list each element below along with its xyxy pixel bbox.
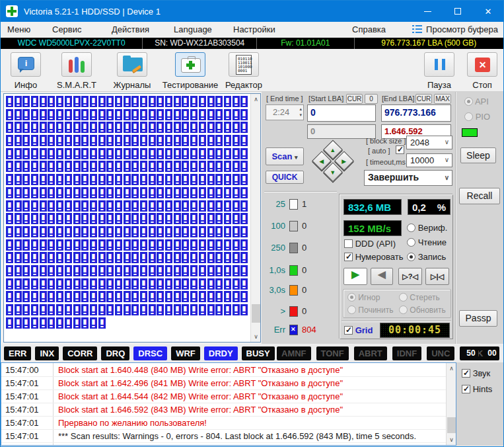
ddd-api-checkbox[interactable]: DDD (API) bbox=[344, 239, 396, 249]
play-button[interactable]: ▶ bbox=[343, 268, 367, 285]
grid-block bbox=[165, 239, 172, 251]
smart-button[interactable]: S.M.A.R.T bbox=[49, 52, 104, 90]
maximize-button[interactable] bbox=[443, 1, 473, 22]
grid-block bbox=[224, 226, 231, 237]
seek-end-button[interactable]: ▷|◁ bbox=[425, 268, 449, 285]
menu-item-1[interactable]: Меню bbox=[7, 24, 30, 34]
start-cur-button[interactable]: CUR bbox=[346, 94, 363, 104]
menu-item-6[interactable]: Справка bbox=[352, 24, 386, 34]
menu-item-5[interactable]: Настройки bbox=[233, 24, 275, 34]
grid-block bbox=[115, 148, 122, 159]
victoria-window: Victoria 5.21-1 HDD/SSD | Device 1 ✕ Мен… bbox=[0, 0, 504, 447]
grid-block bbox=[31, 226, 38, 237]
minimize-button[interactable] bbox=[412, 1, 443, 22]
grid-block bbox=[140, 148, 147, 159]
play-icon: ▶ bbox=[351, 268, 359, 280]
menu-bar: МенюСервисДействияLanguageНастройкиСправ… bbox=[1, 22, 503, 38]
title-bar[interactable]: Victoria 5.21-1 HDD/SSD | Device 1 ✕ bbox=[1, 1, 503, 22]
menu-item-4[interactable]: Language bbox=[174, 24, 212, 34]
back-button[interactable]: ◀ bbox=[371, 268, 393, 285]
grid-block bbox=[224, 291, 231, 302]
grid-block bbox=[98, 252, 106, 263]
grid-block bbox=[157, 122, 164, 133]
grid-block bbox=[215, 96, 223, 107]
grid-scrollbar[interactable]: ∧ ∨ bbox=[250, 94, 260, 342]
grid-block bbox=[165, 96, 172, 107]
auto-checkbox[interactable] bbox=[396, 145, 404, 154]
menu-item-3[interactable]: Действия bbox=[112, 24, 149, 34]
grid-block bbox=[65, 252, 72, 263]
start-zero-button[interactable]: 0 bbox=[365, 94, 378, 104]
grid-block bbox=[131, 122, 139, 133]
read-radio[interactable]: Чтение bbox=[407, 237, 447, 247]
grid-scroll-thumb[interactable] bbox=[252, 304, 260, 323]
seek-question-button[interactable]: ▷?◁ bbox=[398, 268, 422, 285]
grid-block bbox=[81, 304, 89, 315]
scroll-up-icon[interactable]: ∧ bbox=[447, 363, 456, 374]
grid-block bbox=[6, 252, 13, 263]
grid-block bbox=[190, 213, 198, 224]
grid-block bbox=[215, 239, 223, 251]
editor-button[interactable]: 0101101100111010000001 Редактор bbox=[216, 52, 271, 90]
grid-block bbox=[240, 239, 248, 251]
grid-block bbox=[48, 187, 55, 198]
grid-block bbox=[115, 187, 122, 198]
grid-block bbox=[140, 252, 147, 263]
end-time-spinner[interactable]: 2:24 ▴▾ bbox=[266, 104, 304, 120]
grid-block bbox=[165, 213, 172, 224]
grid-block bbox=[56, 291, 63, 302]
log-scrollbar[interactable]: ∧ ∨ bbox=[446, 363, 456, 445]
legend-block-icon bbox=[289, 325, 298, 335]
grid-block bbox=[140, 278, 147, 290]
grid-block bbox=[48, 226, 55, 237]
grid-block bbox=[131, 187, 139, 198]
timeout-combo[interactable]: 10000∨ bbox=[406, 153, 452, 167]
write-radio[interactable]: Запись bbox=[407, 252, 446, 262]
grid-block bbox=[115, 265, 122, 276]
spinner-arrows-icon[interactable]: ▴▾ bbox=[299, 106, 302, 118]
passp-button[interactable]: Passp bbox=[459, 310, 497, 327]
grid-block bbox=[6, 239, 13, 251]
grid-block bbox=[73, 122, 81, 133]
start-lba-input[interactable]: 0 bbox=[307, 104, 376, 122]
end-lba-input[interactable]: 976.773.166 bbox=[381, 104, 451, 122]
grid-block bbox=[48, 291, 55, 302]
hints-checkbox[interactable]: Hints bbox=[462, 384, 492, 394]
grid-block bbox=[199, 109, 206, 120]
menu-item-2[interactable]: Сервис bbox=[52, 24, 82, 34]
grid-block bbox=[106, 174, 114, 185]
scroll-up-icon[interactable]: ∧ bbox=[251, 94, 261, 104]
stop-button[interactable]: ✕ Стоп bbox=[454, 52, 504, 90]
scan-mode-dropdown[interactable]: Scan ▾ bbox=[266, 147, 304, 165]
status-led-busy: BUSY bbox=[242, 346, 275, 360]
grid-block bbox=[215, 252, 223, 263]
testing-button[interactable]: Тестирование bbox=[156, 52, 225, 90]
info-button[interactable]: i Инфо bbox=[0, 52, 54, 90]
sleep-button[interactable]: Sleep bbox=[460, 147, 496, 163]
grid-block bbox=[224, 213, 231, 224]
scroll-down-icon[interactable]: ∨ bbox=[251, 331, 261, 342]
buffer-view-button[interactable]: Просмотр буфера bbox=[412, 24, 498, 34]
numerate-checkbox[interactable]: Нумеровать bbox=[344, 252, 403, 262]
grid-block bbox=[157, 187, 164, 198]
grid-block bbox=[182, 122, 189, 133]
grid-checkbox[interactable]: Grid bbox=[344, 325, 373, 335]
block-size-combo[interactable]: 2048∨ bbox=[406, 136, 452, 149]
grid-block bbox=[115, 161, 122, 172]
verify-radio[interactable]: Вериф. bbox=[407, 223, 447, 233]
finish-action-combo[interactable]: Завершить∨ bbox=[364, 170, 452, 186]
close-button[interactable]: ✕ bbox=[473, 1, 503, 22]
end-max-button[interactable]: MAX bbox=[434, 94, 451, 104]
grid-block bbox=[149, 304, 156, 315]
logs-button[interactable]: Журналы bbox=[104, 52, 160, 90]
quick-button[interactable]: QUICK bbox=[266, 171, 304, 184]
grid-block bbox=[15, 278, 22, 290]
scroll-down-icon[interactable]: ∨ bbox=[447, 434, 456, 445]
end-cur-button[interactable]: CUR bbox=[415, 94, 432, 104]
sound-checkbox[interactable]: Звук bbox=[462, 368, 490, 378]
log-scroll-thumb[interactable] bbox=[447, 417, 456, 433]
grid-block bbox=[215, 278, 223, 290]
speed-display: 152 MB/s bbox=[343, 220, 402, 236]
recall-button[interactable]: Recall bbox=[459, 188, 500, 204]
grid-block bbox=[233, 213, 240, 224]
